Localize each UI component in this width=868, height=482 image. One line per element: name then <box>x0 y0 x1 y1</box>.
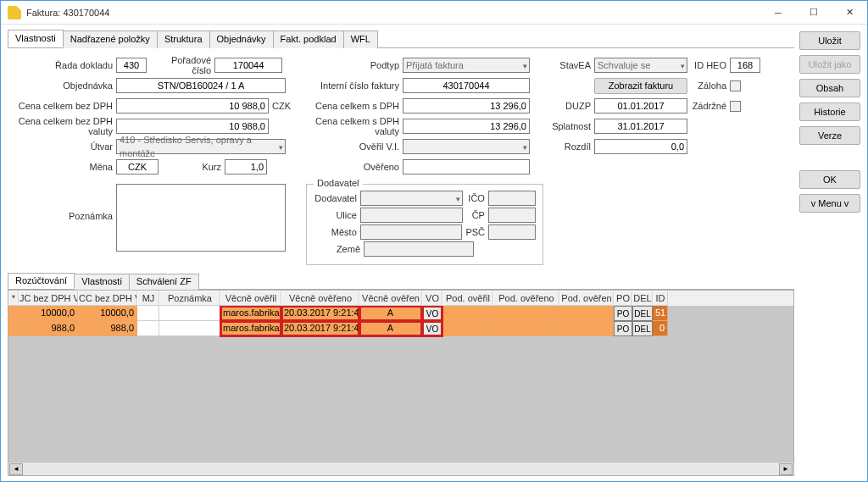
po-button[interactable]: PO <box>614 321 632 336</box>
input-rozdil[interactable]: 0,0 <box>594 139 687 154</box>
input-duzp[interactable]: 01.01.2017 <box>594 98 687 114</box>
app-window: Faktura: 430170044 ─ ☐ ✕ Vlastnosti Nadř… <box>0 0 868 482</box>
input-cena-bez[interactable]: 10 988,0 <box>116 98 269 114</box>
input-zeme <box>364 241 474 257</box>
right-button-panel: Uložit Uložit jako Obsah Historie Verze … <box>799 25 867 481</box>
minimize-button[interactable]: ─ <box>760 1 796 25</box>
input-objednavka[interactable]: STN/OB160024 / 1 A <box>116 78 286 93</box>
tab-fakt-podklad[interactable]: Fakt. podklad <box>273 30 344 48</box>
col-von[interactable]: Věcně ověřen <box>359 291 422 306</box>
grid-header: * JC bez DPH Val CC bez DPH Val MJ Pozná… <box>8 291 793 306</box>
input-cena-s[interactable]: 13 296,0 <box>403 98 530 114</box>
input-kurz[interactable]: 1,0 <box>225 159 267 175</box>
input-ico <box>488 191 536 206</box>
label-stavea: StavEA <box>550 60 591 70</box>
label-cena-bez: Cena celkem bez DPH <box>11 101 113 111</box>
itab-rozuctovani[interactable]: Rozúčtování <box>8 273 75 289</box>
version-button[interactable]: Verze <box>799 126 860 145</box>
col-cc[interactable]: CC bez DPH Val <box>78 291 137 306</box>
input-idheo[interactable]: 168 <box>730 58 760 73</box>
col-pozn[interactable]: Poznámka <box>159 291 220 306</box>
label-cena-s: Cena celkem s DPH <box>306 101 399 111</box>
select-dodavatel[interactable] <box>360 191 463 206</box>
input-poradove[interactable]: 170044 <box>214 58 282 73</box>
input-mena[interactable]: CZK <box>116 159 159 175</box>
tab-struktura[interactable]: Struktura <box>157 30 210 48</box>
input-splatnost[interactable]: 31.01.2017 <box>594 119 687 134</box>
input-overeno[interactable] <box>403 159 530 175</box>
input-rada[interactable]: 430 <box>116 58 147 73</box>
table-row[interactable]: 10000,0 10000,0 maros.fabrika 20.03.2017… <box>8 306 793 321</box>
del-button[interactable]: DEL <box>632 306 653 321</box>
po-button[interactable]: PO <box>614 306 632 321</box>
label-dodavatel: Dodavatel <box>314 193 357 203</box>
select-overil[interactable] <box>403 139 530 154</box>
col-jc[interactable]: JC bez DPH Val <box>19 291 78 306</box>
col-vob[interactable]: VO <box>422 291 442 306</box>
title-bar[interactable]: Faktura: 430170044 ─ ☐ ✕ <box>1 1 867 25</box>
ok-button[interactable]: OK <box>799 170 860 189</box>
label-psc: PSČ <box>465 227 485 237</box>
grid-body[interactable]: 10000,0 10000,0 maros.fabrika 20.03.2017… <box>8 306 793 462</box>
vo-button[interactable]: VO <box>422 306 442 321</box>
tab-nadrazene[interactable]: Nadřazené položky <box>63 30 158 48</box>
input-cena-s-val[interactable]: 13 296,0 <box>403 119 530 134</box>
horizontal-scrollbar[interactable]: ◄ ► <box>8 462 793 475</box>
maximize-button[interactable]: ☐ <box>796 1 832 25</box>
input-cena-bez-val[interactable]: 10 988,0 <box>116 119 269 134</box>
select-podtyp[interactable]: Přijatá faktura <box>403 58 530 73</box>
label-cena-bez-val: Cena celkem bez DPH valuty <box>11 116 113 136</box>
label-zeme: Země <box>314 244 360 254</box>
col-vov[interactable]: Věcně ověřeno <box>281 291 359 306</box>
form-area: Řada dokladu 430 Pořadové číslo 170044 O… <box>8 48 794 270</box>
col-mj[interactable]: MJ <box>137 291 159 306</box>
checkbox-zadrzne[interactable] <box>730 101 741 112</box>
label-cena-s-val: Cena celkem s DPH valuty <box>306 116 399 136</box>
legend-dodavatel: Dodavatel <box>314 178 363 188</box>
col-pob[interactable]: PO <box>614 291 632 306</box>
label-utvar: Útvar <box>11 141 113 152</box>
scroll-left-icon[interactable]: ◄ <box>9 463 23 475</box>
col-vo[interactable]: Věcně ověřil <box>220 291 281 306</box>
close-button[interactable]: ✕ <box>832 1 867 25</box>
scroll-right-icon[interactable]: ► <box>779 463 793 475</box>
label-mena: Měna <box>11 162 113 172</box>
col-pov[interactable]: Pod. ověřeno <box>493 291 559 306</box>
fieldset-dodavatel: Dodavatel Dodavatel IČO Ulice ČP <box>306 184 543 265</box>
table-row[interactable]: 988,0 988,0 maros.fabrika 20.03.2017 9:2… <box>8 321 793 336</box>
select-utvar[interactable]: 410 - Středisko Servis, opravy a montáže <box>116 139 286 154</box>
button-zobrazit-fakturu[interactable]: Zobrazit fakturu <box>594 78 687 94</box>
history-button[interactable]: Historie <box>799 102 860 121</box>
select-stavea[interactable]: Schvaluje se <box>594 58 687 73</box>
label-overil: Ověřil V.I. <box>306 141 399 152</box>
input-interni[interactable]: 430170044 <box>403 78 530 93</box>
save-button[interactable]: Uložit <box>799 31 860 50</box>
data-grid[interactable]: * JC bez DPH Val CC bez DPH Val MJ Pozná… <box>8 290 794 476</box>
col-star[interactable]: * <box>8 291 19 306</box>
content-button[interactable]: Obsah <box>799 79 860 97</box>
tab-wfl[interactable]: WFL <box>343 30 378 48</box>
col-del[interactable]: DEL <box>632 291 653 306</box>
input-psc <box>488 224 536 240</box>
label-rada: Řada dokladu <box>11 60 113 70</box>
label-ico: IČO <box>466 193 485 203</box>
col-po[interactable]: Pod. ověřil <box>442 291 493 306</box>
col-id[interactable]: ID <box>653 291 668 306</box>
textarea-poznamka[interactable] <box>116 184 286 252</box>
checkbox-zaloha[interactable] <box>730 80 741 91</box>
label-ulice: Ulice <box>314 210 357 220</box>
col-pon[interactable]: Pod. ověřen <box>559 291 614 306</box>
label-duzp: DUZP <box>550 101 591 111</box>
input-mesto <box>360 224 463 240</box>
vo-button[interactable]: VO <box>422 321 442 336</box>
del-button[interactable]: DEL <box>632 321 653 336</box>
tab-objednavky[interactable]: Objednávky <box>209 30 274 48</box>
window-title: Faktura: 430170044 <box>26 8 760 18</box>
save-as-button[interactable]: Uložit jako <box>799 55 860 74</box>
menu-button[interactable]: v Menu v <box>799 194 860 213</box>
itab-schvaleni[interactable]: Schválení ZF <box>129 274 199 290</box>
label-splatnost: Splatnost <box>550 121 591 131</box>
label-czk: CZK <box>272 101 291 111</box>
tab-vlastnosti[interactable]: Vlastnosti <box>8 30 64 47</box>
itab-vlastnosti[interactable]: Vlastnosti <box>74 274 130 290</box>
